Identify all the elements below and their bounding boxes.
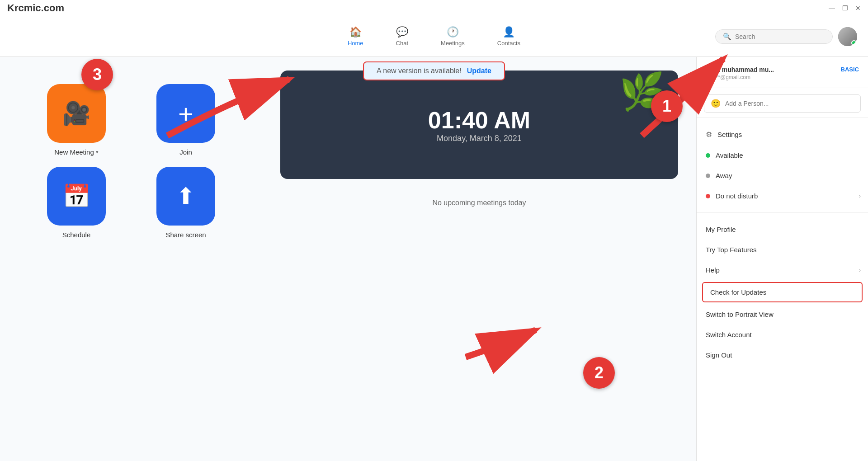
menu-item-my-profile[interactable]: My Profile xyxy=(697,219,868,240)
menu-section-2: My Profile Try Top Features Help › Check… xyxy=(697,217,868,367)
new-meeting-button[interactable]: 🎥 xyxy=(47,84,106,143)
home-icon: 🏠 xyxy=(349,26,362,38)
search-input[interactable] xyxy=(735,33,825,40)
tab-home[interactable]: 🏠 Home xyxy=(340,23,371,50)
update-banner-text: A new version is available! xyxy=(377,67,462,75)
app-logo: Krcmic.com xyxy=(7,2,64,14)
minimize-button[interactable]: — xyxy=(829,5,835,12)
profile-email: muz**@gmail.com xyxy=(706,74,859,80)
plus-icon: + xyxy=(178,99,193,129)
try-features-label: Try Top Features xyxy=(706,246,757,254)
title-bar: Krcmic.com — ❐ ✕ xyxy=(0,0,868,16)
switch-account-label: Switch Account xyxy=(706,331,752,339)
dnd-chevron: › xyxy=(859,193,861,199)
share-screen-label: Share screen xyxy=(165,231,206,239)
update-banner: A new version is available! Update xyxy=(363,61,505,80)
plant-decoration: 🌿 xyxy=(619,71,665,113)
add-person-box[interactable]: 🙂 xyxy=(704,94,861,113)
menu-item-help[interactable]: Help › xyxy=(697,260,868,280)
search-icon: 🔍 xyxy=(723,33,731,41)
clock-content: 01:40 AM Monday, March 8, 2021 xyxy=(428,107,530,143)
camera-icon: 🎥 xyxy=(62,100,90,127)
schedule-item[interactable]: 📅 Schedule xyxy=(27,167,126,239)
away-label: Away xyxy=(716,172,732,179)
share-screen-item[interactable]: ⬆ Share screen xyxy=(137,167,235,239)
clock-time: 01:40 AM xyxy=(428,107,530,134)
dnd-dot xyxy=(706,194,710,198)
share-icon: ⬆ xyxy=(176,183,195,209)
available-label: Available xyxy=(716,151,743,159)
join-item[interactable]: + Join xyxy=(137,84,235,156)
logo-mic: mic.com xyxy=(24,2,64,14)
menu-item-away[interactable]: Away xyxy=(697,165,868,186)
menu-item-dnd[interactable]: Do not disturb › xyxy=(697,186,868,206)
clock-date: Monday, March 8, 2021 xyxy=(428,134,530,143)
tab-home-label: Home xyxy=(348,40,363,47)
close-button[interactable]: ✕ xyxy=(855,5,861,12)
away-dot xyxy=(706,174,710,178)
meetings-icon: 🕐 xyxy=(447,26,459,38)
dnd-label: Do not disturb xyxy=(716,192,758,200)
sign-out-label: Sign Out xyxy=(706,351,732,359)
tab-chat-label: Chat xyxy=(396,40,408,47)
emoji-icon: 🙂 xyxy=(711,99,721,108)
new-meeting-label-text: New Meeting xyxy=(54,148,94,156)
avatar[interactable] xyxy=(838,27,857,46)
calendar-icon: 📅 xyxy=(62,183,90,209)
join-label: Join xyxy=(179,148,192,156)
help-label: Help xyxy=(706,266,720,274)
search-box[interactable]: 🔍 xyxy=(715,29,833,44)
join-button[interactable]: + xyxy=(156,84,215,143)
menu-divider-2 xyxy=(697,212,868,213)
profile-name: syed muhammad mu... xyxy=(706,66,859,73)
check-updates-label: Check for Updates xyxy=(710,288,766,296)
menu-item-switch-account[interactable]: Switch Account xyxy=(697,325,868,345)
add-person-input[interactable] xyxy=(725,100,854,107)
nav-bar: 🏠 Home 💬 Chat 🕐 Meetings 👤 Contacts 🔍 xyxy=(0,16,868,57)
tab-meetings-label: Meetings xyxy=(441,40,465,47)
available-dot xyxy=(706,153,710,158)
tab-chat[interactable]: 💬 Chat xyxy=(389,23,415,50)
settings-icon: ⚙ xyxy=(706,130,712,139)
help-chevron: › xyxy=(859,267,861,273)
menu-item-check-updates[interactable]: Check for Updates xyxy=(702,282,863,302)
nav-tabs: 🏠 Home 💬 Chat 🕐 Meetings 👤 Contacts xyxy=(340,23,528,50)
content-area: 🎥 New Meeting ▾ + Join 📅 xyxy=(0,57,868,461)
my-profile-label: My Profile xyxy=(706,226,736,233)
menu-section-1: ⚙ Settings Available Away Do not disturb xyxy=(697,122,868,208)
no-meetings-text: No upcoming meetings today xyxy=(280,190,678,216)
menu-divider-1 xyxy=(697,117,868,118)
clock-card: 01:40 AM Monday, March 8, 2021 🌿 xyxy=(280,71,678,179)
new-meeting-item[interactable]: 🎥 New Meeting ▾ xyxy=(27,84,126,156)
main-container: 🏠 Home 💬 Chat 🕐 Meetings 👤 Contacts 🔍 xyxy=(0,16,868,461)
schedule-button[interactable]: 📅 xyxy=(47,167,106,226)
portrait-label: Switch to Portrait View xyxy=(706,310,774,318)
new-meeting-chevron: ▾ xyxy=(96,149,99,155)
share-screen-button[interactable]: ⬆ xyxy=(156,167,215,226)
update-link[interactable]: Update xyxy=(467,67,491,75)
nav-right: 🔍 xyxy=(715,27,857,46)
profile-section: BASIC syed muhammad mu... muz**@gmail.co… xyxy=(697,57,868,88)
settings-label: Settings xyxy=(717,131,742,138)
menu-item-try-features[interactable]: Try Top Features xyxy=(697,240,868,260)
tab-contacts-label: Contacts xyxy=(497,40,520,47)
menu-item-portrait[interactable]: Switch to Portrait View xyxy=(697,304,868,325)
menu-item-settings[interactable]: ⚙ Settings xyxy=(697,124,868,145)
left-panel: 🎥 New Meeting ▾ + Join 📅 xyxy=(0,57,262,461)
avatar-status-dot xyxy=(851,40,857,46)
logo-krc: Krc xyxy=(7,2,24,14)
menu-item-sign-out[interactable]: Sign Out xyxy=(697,345,868,365)
center-panel: 01:40 AM Monday, March 8, 2021 🌿 No upco… xyxy=(262,57,696,461)
right-panel: BASIC syed muhammad mu... muz**@gmail.co… xyxy=(696,57,868,461)
profile-badge: BASIC xyxy=(841,66,859,73)
new-meeting-label: New Meeting ▾ xyxy=(54,148,99,156)
window-controls: — ❐ ✕ xyxy=(829,5,861,12)
tab-contacts[interactable]: 👤 Contacts xyxy=(490,23,528,50)
menu-item-available[interactable]: Available xyxy=(697,145,868,165)
maximize-button[interactable]: ❐ xyxy=(842,5,848,12)
contacts-icon: 👤 xyxy=(503,26,515,38)
schedule-label: Schedule xyxy=(62,231,91,239)
chat-icon: 💬 xyxy=(396,26,408,38)
action-grid: 🎥 New Meeting ▾ + Join 📅 xyxy=(27,84,235,239)
tab-meetings[interactable]: 🕐 Meetings xyxy=(434,23,472,50)
